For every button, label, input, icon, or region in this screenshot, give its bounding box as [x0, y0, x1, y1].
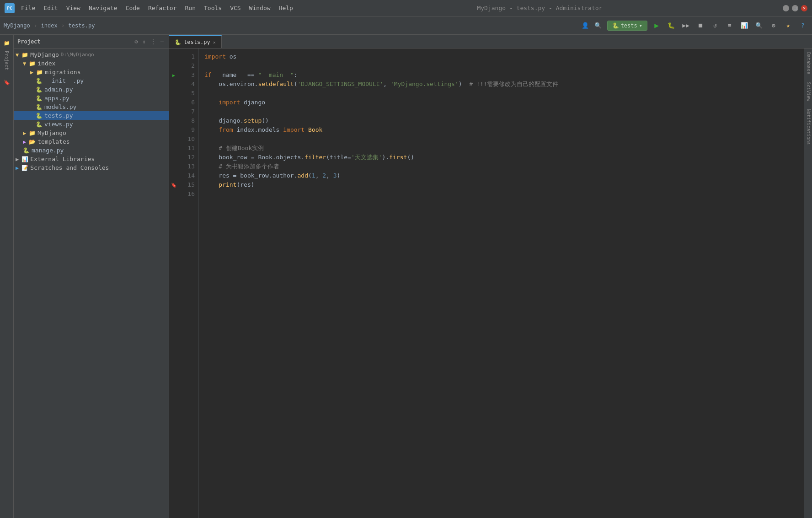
sidebar-bookmark-icon[interactable]: 🔖	[1, 76, 13, 88]
maximize-button[interactable]: □	[792, 5, 798, 11]
tree-item-manage[interactable]: 🐍 manage.py	[14, 146, 169, 155]
vcs-button[interactable]: ≡	[724, 20, 735, 31]
code-line-13: # 为书籍添加多个作者	[204, 162, 799, 171]
var-paren1: (	[294, 80, 298, 89]
sidebar-project-icon[interactable]: 📁	[1, 37, 13, 49]
indent-14: res = book_row.author.	[204, 171, 298, 180]
tree-item-models[interactable]: 🐍 models.py	[14, 103, 169, 111]
cm-3: # 为书籍添加多个作者	[219, 162, 279, 171]
toolbar-icon-search[interactable]: 🔍	[593, 20, 604, 31]
code-line-16	[204, 189, 799, 199]
toolbar-icon-settings[interactable]: 👤	[580, 20, 591, 31]
tree-item-init[interactable]: 🐍 __init__.py	[14, 76, 169, 85]
code-line-3: if __name__ == "__main__":	[204, 70, 799, 80]
tree-item-apps[interactable]: 🐍 apps.py	[14, 94, 169, 103]
folder-collapsed-icon-2: ▶	[23, 130, 26, 136]
editor-tab-tests[interactable]: 🐍 tests.py ✕	[169, 35, 222, 48]
menu-edit[interactable]: Edit	[40, 3, 61, 13]
kw-import-1: import	[204, 52, 226, 61]
indent-11	[204, 144, 219, 153]
help-button[interactable]: ?	[797, 20, 808, 31]
tree-label-models: models.py	[44, 103, 76, 110]
run-with-coverage[interactable]: ▶▶	[680, 20, 691, 31]
gutter-line-12	[169, 153, 178, 162]
tree-item-admin[interactable]: 🐍 admin.py	[14, 85, 169, 94]
folder-templates-icon: 📂	[29, 139, 36, 145]
gutter-line-6	[169, 98, 178, 107]
code-line-9: from index.models import Book	[204, 125, 799, 135]
toolbar-right: 👤 🔍 🐍 tests ▾ ▶ 🐛 ▶▶ ⏹ ↺ ≡ 📊 🔍 ⚙ ★ ?	[580, 20, 808, 31]
menu-window[interactable]: Window	[246, 3, 274, 13]
code-line-1: import os	[204, 52, 799, 61]
menu-navigate[interactable]: Navigate	[85, 3, 121, 13]
str-mds: 'MyDjango.settings'	[390, 80, 459, 89]
str-main: "__main__"	[258, 70, 294, 80]
libs-folder-icon: 📊	[21, 156, 28, 162]
fn-setdefault: setdefault	[258, 80, 294, 89]
menu-run[interactable]: Run	[182, 3, 199, 13]
line-num-1: 1	[178, 52, 195, 61]
run-config-icon: 🐍	[612, 22, 619, 29]
folder-open-icon-2: ▼	[23, 60, 26, 67]
tree-item-ext-libs[interactable]: ▶ 📊 External Libraries	[14, 155, 169, 163]
breadcrumb-sep-1: ›	[34, 22, 37, 29]
menu-code[interactable]: Code	[122, 3, 144, 13]
tree-item-migrations[interactable]: ▶ 📁 migrations	[14, 68, 169, 76]
breadcrumb-index[interactable]: index	[41, 22, 58, 29]
breadcrumb-project[interactable]: MyDjango	[4, 22, 30, 29]
settings-button[interactable]: ⚙	[768, 20, 779, 31]
terminal-button[interactable]: 📊	[739, 20, 750, 31]
sidebar-tab-sciview[interactable]: SciView	[804, 78, 812, 105]
panel-icons: ⚙ ↕ ⋮ —	[133, 38, 165, 46]
panel-icon-settings[interactable]: ⚙	[133, 38, 139, 46]
menu-file[interactable]: File	[17, 3, 39, 13]
search-everywhere[interactable]: 🔍	[753, 20, 764, 31]
folder-open-icon: ▼	[16, 52, 19, 58]
code-line-15: print(res)	[204, 180, 799, 189]
kw-if: if	[204, 70, 212, 80]
menu-tools[interactable]: Tools	[200, 3, 225, 13]
menu-refactor[interactable]: Refactor	[144, 3, 181, 13]
debug-button[interactable]: 🐛	[666, 20, 677, 31]
sidebar-tab-notifications[interactable]: Notifications	[804, 105, 812, 149]
scratches-folder-icon: 📝	[21, 165, 28, 171]
tree-label-migrations: migrations	[45, 69, 80, 76]
tree-item-scratches[interactable]: ▶ 📝 Scratches and Consoles	[14, 163, 169, 172]
panel-icon-sync[interactable]: ↕	[141, 38, 147, 46]
tree-item-views[interactable]: 🐍 views.py	[14, 120, 169, 129]
menu-vcs[interactable]: VCS	[226, 3, 244, 13]
code-content[interactable]: import os if __name__ == "__main__": os.…	[199, 49, 805, 518]
close-button[interactable]: ✕	[801, 5, 807, 11]
code-line-10	[204, 135, 799, 144]
panel-icon-gear[interactable]: ⋮	[149, 38, 157, 46]
sidebar-tab-database[interactable]: Database	[804, 49, 812, 78]
sidebar-project-label[interactable]: Project	[4, 51, 9, 70]
minimize-button[interactable]: ─	[783, 5, 789, 11]
panel-icon-close[interactable]: —	[159, 38, 165, 46]
tree-item-mydjango2[interactable]: ▶ 📁 MyDjango	[14, 129, 169, 137]
tree-item-mydjango-root[interactable]: ▼ 📁 MyDjango D:\MyDjango	[14, 50, 169, 59]
menu-view[interactable]: View	[63, 3, 84, 13]
run-config-button[interactable]: 🐍 tests ▾	[607, 21, 647, 31]
tree-item-index[interactable]: ▼ 📁 index	[14, 59, 169, 68]
build-button[interactable]: ↺	[710, 20, 721, 31]
tab-close-tests[interactable]: ✕	[213, 40, 216, 45]
plugin-button[interactable]: ★	[783, 20, 794, 31]
py-icon-init: 🐍	[36, 78, 43, 84]
indent-15	[204, 180, 219, 189]
str-dsm: 'DJANGO_SETTINGS_MODULE'	[298, 80, 384, 89]
run-config-dropdown-icon: ▾	[639, 22, 642, 29]
menu-help[interactable]: Help	[275, 3, 297, 13]
toolbar: MyDjango › index › tests.py 👤 🔍 🐍 tests …	[0, 16, 812, 35]
line-num-6: 6	[178, 98, 195, 107]
breadcrumb-file[interactable]: tests.py	[69, 22, 95, 29]
gutter-line-7	[169, 107, 178, 116]
tree-item-templates[interactable]: ▶ 📂 templates	[14, 137, 169, 146]
right-sidebar: Database SciView Notifications	[804, 49, 812, 518]
window-title: MyDjango - tests.py - Administrator	[297, 5, 783, 11]
folder-icon: 📁	[21, 52, 28, 58]
stop-button[interactable]: ⏹	[695, 20, 706, 31]
run-button[interactable]: ▶	[651, 20, 662, 31]
arg-title: title=	[330, 153, 351, 162]
tree-item-tests[interactable]: 🐍 tests.py	[14, 111, 169, 120]
